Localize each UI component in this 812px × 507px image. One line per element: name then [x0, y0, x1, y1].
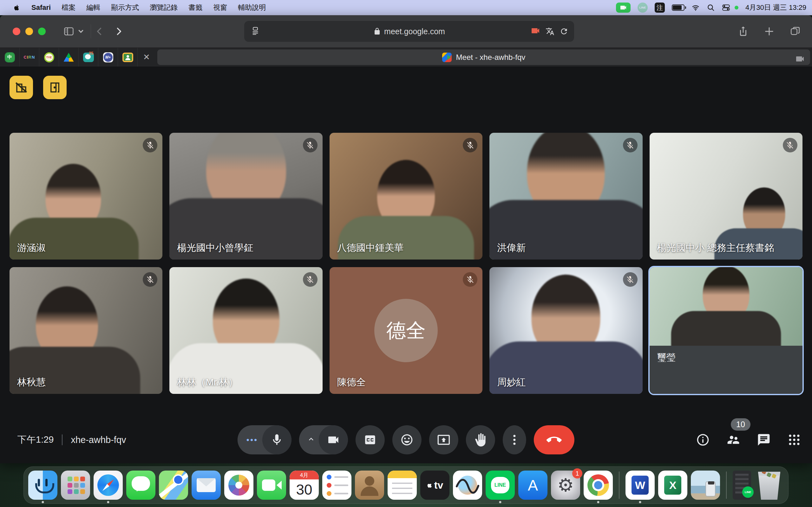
input-method-badge[interactable]: 注 — [655, 3, 665, 13]
camera-options-chevron[interactable] — [307, 435, 316, 445]
tab-overview-button[interactable] — [790, 26, 801, 37]
menu-item-file[interactable]: 檔案 — [56, 3, 81, 12]
battery-icon[interactable] — [672, 4, 684, 11]
reactions-button[interactable] — [392, 425, 421, 454]
participant-tile[interactable]: 八德國中鍾美華 — [329, 133, 483, 260]
participant-name: 林林（Mr.林） — [177, 376, 238, 389]
camera-in-use-indicator[interactable] — [616, 3, 630, 13]
pinned-tab-screen25[interactable]: 25 — [79, 48, 98, 66]
dock-item-word[interactable]: W — [625, 470, 655, 500]
spotlight-icon[interactable] — [707, 3, 715, 12]
captions-button[interactable] — [356, 425, 385, 454]
present-button[interactable] — [429, 425, 458, 454]
participant-tile[interactable]: 洪偉新 — [490, 133, 642, 260]
dock-item-appstore[interactable]: A — [518, 470, 548, 500]
participant-count-badge: 10 — [731, 418, 751, 431]
new-tab-button[interactable] — [764, 26, 774, 37]
back-button[interactable] — [94, 26, 105, 37]
translate-icon[interactable] — [546, 27, 554, 36]
menu-item-edit[interactable]: 編輯 — [81, 3, 106, 12]
chat-button[interactable] — [757, 433, 771, 447]
muted-mic-icon — [623, 272, 638, 287]
raise-hand-button[interactable] — [466, 425, 495, 454]
mic-icon[interactable] — [262, 425, 292, 454]
participant-tile[interactable]: 周妙紅 — [490, 267, 642, 394]
share-button[interactable] — [738, 26, 749, 37]
menu-item-window[interactable]: 視窗 — [208, 3, 233, 12]
dock-item-finder[interactable] — [28, 470, 57, 500]
dock-item-calendar[interactable]: 4月30 — [290, 470, 319, 500]
menu-item-safari[interactable]: Safari — [26, 3, 56, 12]
participant-grid: 游涵淑 楊光國中小曾學鉦 八德國中鍾美華 洪偉新 楊光國中小 總務主任蔡書銘 — [9, 133, 803, 394]
dock-item-waveform[interactable] — [453, 470, 482, 500]
participant-tile[interactable]: 林秋慧 — [9, 267, 162, 394]
reload-icon[interactable] — [560, 27, 568, 36]
active-tab[interactable]: Meet - xhe-awhb-fqv — [157, 49, 810, 65]
activities-button[interactable] — [787, 433, 801, 447]
dock-item-facetime[interactable] — [257, 470, 286, 500]
minimize-window-button[interactable] — [26, 27, 33, 35]
dock-item-photos[interactable] — [224, 470, 253, 500]
menu-item-view[interactable]: 顯示方式 — [106, 3, 144, 12]
dock-item-appletv[interactable]: tv — [420, 470, 450, 500]
pinned-tab-gov[interactable]: 中 — [0, 48, 20, 66]
pinned-tab-classroom[interactable] — [118, 48, 138, 66]
appletv-icon: tv — [420, 470, 450, 500]
end-call-button[interactable] — [534, 425, 574, 454]
control-center-icon[interactable] — [722, 3, 730, 12]
participant-tile[interactable]: 德全 陳德全 — [329, 267, 483, 394]
dock-item-trash[interactable] — [755, 470, 784, 500]
audio-options-dots[interactable]: ••• — [245, 435, 259, 445]
address-bar[interactable]: meet.google.com — [244, 21, 574, 42]
extension-building-button[interactable] — [9, 76, 33, 99]
dock-item-reminders[interactable] — [322, 470, 351, 500]
more-options-button[interactable] — [503, 425, 526, 454]
zoom-window-button[interactable] — [38, 27, 46, 35]
drive-favicon — [64, 53, 74, 62]
dock-item-maps[interactable] — [159, 470, 188, 500]
pinned-tab-drive[interactable] — [59, 48, 79, 66]
dock-item-excel[interactable]: X — [658, 470, 687, 500]
apple-menu-icon[interactable] — [13, 4, 20, 11]
close-window-button[interactable] — [13, 27, 20, 35]
line-menubar-icon[interactable]: LINE — [638, 3, 648, 13]
meeting-details-button[interactable] — [696, 433, 710, 447]
dock-item-messages[interactable] — [126, 470, 155, 500]
extension-door-button[interactable] — [43, 76, 67, 99]
dock-item-launchpad[interactable] — [61, 470, 90, 500]
dock-item-mail[interactable] — [192, 470, 221, 500]
pinned-tab-cirn[interactable]: CIRN — [20, 48, 39, 66]
participant-name: 林秋慧 — [17, 376, 46, 389]
dock-item-settings[interactable]: ⚙1 — [551, 470, 580, 500]
menu-item-help[interactable]: 輔助說明 — [233, 3, 271, 12]
screen25-favicon: 25 — [83, 53, 94, 62]
camera-button[interactable] — [299, 425, 348, 454]
menubar-clock[interactable]: 4月30日 週三 13:29 — [745, 3, 806, 12]
menu-item-bookmarks[interactable]: 書籤 — [183, 3, 208, 12]
participant-tile[interactable]: 林林（Mr.林） — [169, 267, 322, 394]
participant-tile[interactable]: 楊光國中小 總務主任蔡書銘 — [650, 133, 803, 260]
dock-item-notes[interactable] — [388, 470, 417, 500]
contacts-icon — [355, 470, 384, 500]
dock-item-windowthumb[interactable]: LINE — [733, 470, 751, 500]
self-view-tile[interactable]: 璽瑩 — [650, 267, 803, 394]
camera-active-icon[interactable] — [530, 26, 541, 37]
pinned-tab-tye[interactable]: TYE — [39, 48, 59, 66]
dock-item-chrome[interactable] — [583, 470, 613, 500]
participant-tile[interactable]: 楊光國中小曾學鉦 — [169, 133, 322, 260]
close-tab-button[interactable]: ✕ — [138, 48, 155, 66]
dock-item-photofile[interactable] — [691, 470, 720, 500]
dock-item-line[interactable]: LINE — [486, 470, 515, 500]
people-button[interactable] — [726, 433, 740, 447]
dock-item-safari[interactable] — [94, 470, 123, 500]
videocam-icon[interactable] — [319, 425, 348, 454]
sidebar-chevron-button[interactable] — [75, 26, 86, 37]
forward-button[interactable] — [113, 26, 124, 37]
pinned-tab-mplus[interactable]: M+ — [98, 48, 118, 66]
sidebar-toggle-button[interactable] — [63, 26, 74, 37]
participant-tile[interactable]: 游涵淑 — [9, 133, 162, 260]
wifi-icon[interactable] — [692, 3, 700, 12]
microphone-button[interactable]: ••• — [238, 425, 292, 454]
menu-item-history[interactable]: 瀏覽記錄 — [144, 3, 183, 12]
dock-item-contacts[interactable] — [355, 470, 384, 500]
